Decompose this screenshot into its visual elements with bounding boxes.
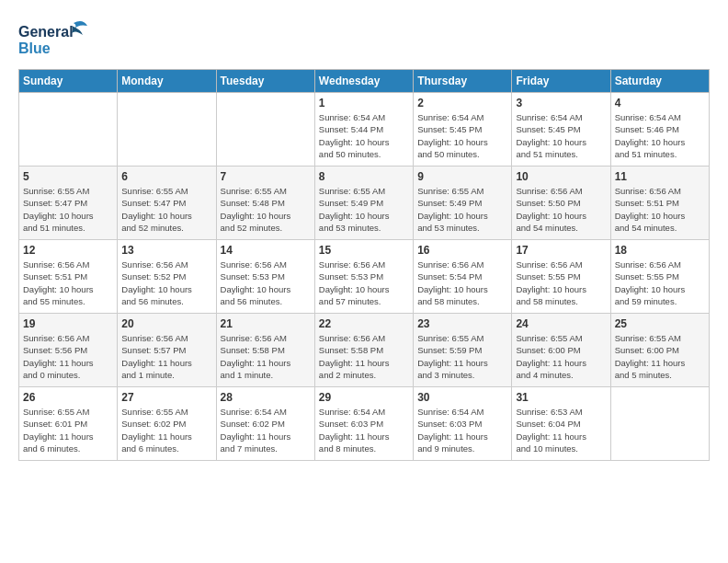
calendar-cell: 23Sunrise: 6:55 AMSunset: 5:59 PMDayligh… bbox=[414, 314, 512, 387]
day-content: Sunrise: 6:53 AMSunset: 6:04 PMDaylight:… bbox=[516, 406, 606, 454]
calendar-cell: 21Sunrise: 6:56 AMSunset: 5:58 PMDayligh… bbox=[216, 314, 314, 387]
calendar-cell bbox=[216, 93, 314, 167]
day-number: 25 bbox=[615, 317, 705, 330]
calendar-cell: 9Sunrise: 6:55 AMSunset: 5:49 PMDaylight… bbox=[414, 167, 512, 240]
svg-text:Blue: Blue bbox=[18, 40, 51, 56]
day-number: 4 bbox=[615, 97, 705, 109]
day-number: 7 bbox=[221, 170, 311, 183]
day-content: Sunrise: 6:55 AMSunset: 5:47 PMDaylight:… bbox=[121, 185, 211, 234]
day-number: 28 bbox=[221, 391, 311, 404]
day-header-thursday: Thursday bbox=[414, 70, 512, 93]
day-number: 5 bbox=[23, 170, 113, 183]
day-number: 30 bbox=[417, 391, 507, 404]
calendar-cell: 12Sunrise: 6:56 AMSunset: 5:51 PMDayligh… bbox=[19, 240, 118, 314]
day-number: 6 bbox=[121, 170, 211, 183]
day-content: Sunrise: 6:55 AMSunset: 5:47 PMDaylight:… bbox=[23, 185, 113, 234]
calendar-cell: 10Sunrise: 6:56 AMSunset: 5:50 PMDayligh… bbox=[512, 167, 610, 240]
day-content: Sunrise: 6:55 AMSunset: 5:49 PMDaylight:… bbox=[417, 185, 507, 234]
day-number: 2 bbox=[417, 97, 507, 109]
day-number: 27 bbox=[121, 391, 211, 404]
day-content: Sunrise: 6:55 AMSunset: 6:00 PMDaylight:… bbox=[516, 332, 606, 381]
calendar-cell: 14Sunrise: 6:56 AMSunset: 5:53 PMDayligh… bbox=[216, 240, 314, 314]
day-content: Sunrise: 6:55 AMSunset: 5:49 PMDaylight:… bbox=[319, 185, 409, 234]
calendar-cell: 29Sunrise: 6:54 AMSunset: 6:03 PMDayligh… bbox=[314, 387, 413, 461]
day-number: 23 bbox=[417, 317, 507, 330]
day-content: Sunrise: 6:54 AMSunset: 5:45 PMDaylight:… bbox=[417, 111, 507, 160]
day-content: Sunrise: 6:55 AMSunset: 6:02 PMDaylight:… bbox=[121, 406, 211, 454]
calendar-cell: 18Sunrise: 6:56 AMSunset: 5:55 PMDayligh… bbox=[610, 240, 709, 314]
calendar-cell: 28Sunrise: 6:54 AMSunset: 6:02 PMDayligh… bbox=[216, 387, 314, 461]
day-header-sunday: Sunday bbox=[19, 70, 118, 93]
day-content: Sunrise: 6:56 AMSunset: 5:52 PMDaylight:… bbox=[121, 259, 211, 307]
logo-svg: GeneralBlue bbox=[18, 18, 92, 60]
day-content: Sunrise: 6:56 AMSunset: 5:56 PMDaylight:… bbox=[23, 332, 113, 381]
calendar-cell: 22Sunrise: 6:56 AMSunset: 5:58 PMDayligh… bbox=[314, 314, 413, 387]
calendar-cell: 8Sunrise: 6:55 AMSunset: 5:49 PMDaylight… bbox=[314, 167, 413, 240]
week-row-1: 1Sunrise: 6:54 AMSunset: 5:44 PMDaylight… bbox=[19, 93, 710, 167]
day-number: 11 bbox=[615, 170, 705, 183]
week-row-2: 5Sunrise: 6:55 AMSunset: 5:47 PMDaylight… bbox=[19, 167, 710, 240]
day-number: 29 bbox=[319, 391, 409, 404]
day-content: Sunrise: 6:56 AMSunset: 5:58 PMDaylight:… bbox=[319, 332, 409, 381]
day-content: Sunrise: 6:54 AMSunset: 5:44 PMDaylight:… bbox=[319, 111, 409, 160]
day-number: 12 bbox=[23, 244, 113, 257]
day-number: 17 bbox=[516, 244, 606, 257]
day-number: 8 bbox=[319, 170, 409, 183]
calendar-cell: 30Sunrise: 6:54 AMSunset: 6:03 PMDayligh… bbox=[414, 387, 512, 461]
day-header-saturday: Saturday bbox=[610, 70, 709, 93]
day-number: 22 bbox=[319, 317, 409, 330]
day-content: Sunrise: 6:54 AMSunset: 6:03 PMDaylight:… bbox=[417, 406, 507, 454]
calendar-cell: 27Sunrise: 6:55 AMSunset: 6:02 PMDayligh… bbox=[118, 387, 216, 461]
day-content: Sunrise: 6:56 AMSunset: 5:57 PMDaylight:… bbox=[121, 332, 211, 381]
day-content: Sunrise: 6:54 AMSunset: 5:46 PMDaylight:… bbox=[615, 111, 705, 160]
day-header-monday: Monday bbox=[118, 70, 216, 93]
day-number: 3 bbox=[516, 97, 606, 109]
header-row: SundayMondayTuesdayWednesdayThursdayFrid… bbox=[19, 70, 710, 93]
day-number: 20 bbox=[121, 317, 211, 330]
day-number: 14 bbox=[221, 244, 311, 257]
calendar-cell: 17Sunrise: 6:56 AMSunset: 5:55 PMDayligh… bbox=[512, 240, 610, 314]
day-content: Sunrise: 6:56 AMSunset: 5:51 PMDaylight:… bbox=[615, 185, 705, 234]
day-number: 15 bbox=[319, 244, 409, 257]
day-content: Sunrise: 6:56 AMSunset: 5:55 PMDaylight:… bbox=[516, 259, 606, 307]
calendar-cell: 26Sunrise: 6:55 AMSunset: 6:01 PMDayligh… bbox=[19, 387, 118, 461]
day-content: Sunrise: 6:54 AMSunset: 6:03 PMDaylight:… bbox=[319, 406, 409, 454]
calendar-cell: 15Sunrise: 6:56 AMSunset: 5:53 PMDayligh… bbox=[314, 240, 413, 314]
day-header-wednesday: Wednesday bbox=[314, 70, 413, 93]
day-number: 31 bbox=[516, 391, 606, 404]
day-number: 24 bbox=[516, 317, 606, 330]
calendar-cell: 31Sunrise: 6:53 AMSunset: 6:04 PMDayligh… bbox=[512, 387, 610, 461]
day-number: 1 bbox=[319, 97, 409, 109]
day-content: Sunrise: 6:55 AMSunset: 6:00 PMDaylight:… bbox=[615, 332, 705, 381]
day-content: Sunrise: 6:56 AMSunset: 5:53 PMDaylight:… bbox=[319, 259, 409, 307]
day-number: 21 bbox=[221, 317, 311, 330]
week-row-3: 12Sunrise: 6:56 AMSunset: 5:51 PMDayligh… bbox=[19, 240, 710, 314]
calendar-table: SundayMondayTuesdayWednesdayThursdayFrid… bbox=[18, 69, 710, 461]
day-content: Sunrise: 6:56 AMSunset: 5:54 PMDaylight:… bbox=[417, 259, 507, 307]
day-content: Sunrise: 6:56 AMSunset: 5:51 PMDaylight:… bbox=[23, 259, 113, 307]
svg-text:General: General bbox=[18, 24, 74, 40]
calendar-cell: 5Sunrise: 6:55 AMSunset: 5:47 PMDaylight… bbox=[19, 167, 118, 240]
day-content: Sunrise: 6:55 AMSunset: 5:48 PMDaylight:… bbox=[221, 185, 311, 234]
calendar-cell: 19Sunrise: 6:56 AMSunset: 5:56 PMDayligh… bbox=[19, 314, 118, 387]
day-number: 26 bbox=[23, 391, 113, 404]
calendar-cell bbox=[19, 93, 118, 167]
calendar-cell: 20Sunrise: 6:56 AMSunset: 5:57 PMDayligh… bbox=[118, 314, 216, 387]
day-content: Sunrise: 6:55 AMSunset: 5:59 PMDaylight:… bbox=[417, 332, 507, 381]
calendar-cell bbox=[118, 93, 216, 167]
day-content: Sunrise: 6:56 AMSunset: 5:53 PMDaylight:… bbox=[221, 259, 311, 307]
calendar-cell bbox=[610, 387, 709, 461]
calendar-cell: 16Sunrise: 6:56 AMSunset: 5:54 PMDayligh… bbox=[414, 240, 512, 314]
calendar-cell: 2Sunrise: 6:54 AMSunset: 5:45 PMDaylight… bbox=[414, 93, 512, 167]
calendar-cell: 1Sunrise: 6:54 AMSunset: 5:44 PMDaylight… bbox=[314, 93, 413, 167]
day-content: Sunrise: 6:56 AMSunset: 5:55 PMDaylight:… bbox=[615, 259, 705, 307]
calendar-cell: 11Sunrise: 6:56 AMSunset: 5:51 PMDayligh… bbox=[610, 167, 709, 240]
day-header-tuesday: Tuesday bbox=[216, 70, 314, 93]
day-content: Sunrise: 6:54 AMSunset: 5:45 PMDaylight:… bbox=[516, 111, 606, 160]
day-content: Sunrise: 6:56 AMSunset: 5:58 PMDaylight:… bbox=[221, 332, 311, 381]
calendar-cell: 25Sunrise: 6:55 AMSunset: 6:00 PMDayligh… bbox=[610, 314, 709, 387]
calendar-cell: 24Sunrise: 6:55 AMSunset: 6:00 PMDayligh… bbox=[512, 314, 610, 387]
calendar-cell: 4Sunrise: 6:54 AMSunset: 5:46 PMDaylight… bbox=[610, 93, 709, 167]
day-number: 9 bbox=[417, 170, 507, 183]
page-header: GeneralBlue bbox=[18, 18, 710, 60]
